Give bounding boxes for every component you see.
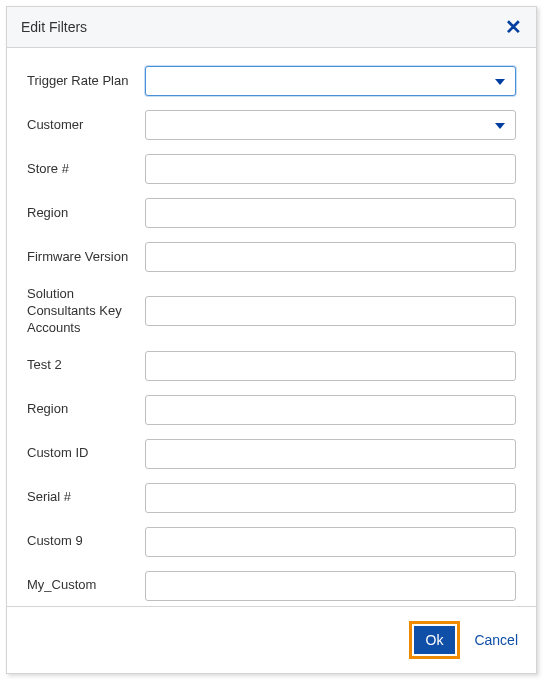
ok-button[interactable]: Ok — [414, 626, 456, 654]
input-solution-consultants[interactable] — [145, 296, 516, 326]
label-custom-9: Custom 9 — [27, 533, 145, 550]
ok-button-highlight: Ok — [409, 621, 461, 659]
dialog-header: Edit Filters ✕ — [7, 7, 536, 48]
label-customer: Customer — [27, 117, 145, 134]
field-trigger-rate-plan: Trigger Rate Plan — [27, 66, 516, 96]
input-serial-num[interactable] — [145, 483, 516, 513]
input-firmware-version[interactable] — [145, 242, 516, 272]
field-firmware-version: Firmware Version — [27, 242, 516, 272]
field-test-2: Test 2 — [27, 351, 516, 381]
select-customer[interactable] — [145, 110, 516, 140]
cancel-button[interactable]: Cancel — [474, 632, 518, 648]
label-serial-num: Serial # — [27, 489, 145, 506]
input-store-num[interactable] — [145, 154, 516, 184]
label-trigger-rate-plan: Trigger Rate Plan — [27, 73, 145, 90]
select-trigger-rate-plan[interactable] — [145, 66, 516, 96]
label-my-custom: My_Custom — [27, 577, 145, 594]
field-custom-id: Custom ID — [27, 439, 516, 469]
edit-filters-dialog: Edit Filters ✕ Trigger Rate Plan Custome… — [6, 6, 537, 674]
label-region2: Region — [27, 401, 145, 418]
input-region[interactable] — [145, 198, 516, 228]
input-region2[interactable] — [145, 395, 516, 425]
label-test-2: Test 2 — [27, 357, 145, 374]
input-custom-id[interactable] — [145, 439, 516, 469]
dialog-title: Edit Filters — [21, 19, 87, 35]
field-customer: Customer — [27, 110, 516, 140]
field-region: Region — [27, 198, 516, 228]
label-region: Region — [27, 205, 145, 222]
input-my-custom[interactable] — [145, 571, 516, 601]
field-region2: Region — [27, 395, 516, 425]
field-serial-num: Serial # — [27, 483, 516, 513]
field-solution-consultants: Solution Consultants Key Accounts — [27, 286, 516, 337]
label-custom-id: Custom ID — [27, 445, 145, 462]
field-custom-9: Custom 9 — [27, 527, 516, 557]
field-my-custom: My_Custom — [27, 571, 516, 601]
label-solution-consultants: Solution Consultants Key Accounts — [27, 286, 145, 337]
field-store-num: Store # — [27, 154, 516, 184]
input-test-2[interactable] — [145, 351, 516, 381]
label-store-num: Store # — [27, 161, 145, 178]
dialog-body: Trigger Rate Plan Customer Store # Regio… — [7, 48, 536, 606]
label-firmware-version: Firmware Version — [27, 249, 145, 266]
input-custom-9[interactable] — [145, 527, 516, 557]
dialog-footer: Ok Cancel — [7, 606, 536, 673]
close-icon[interactable]: ✕ — [505, 17, 522, 37]
